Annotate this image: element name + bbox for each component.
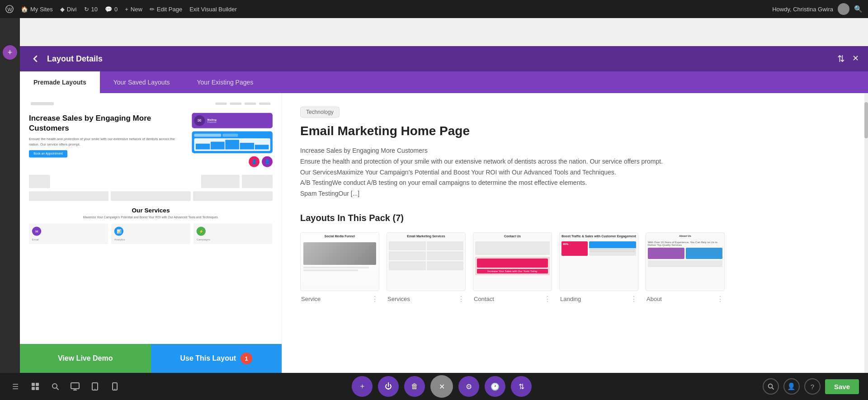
modal-header-icons: ⇅ ✕ <box>837 53 859 64</box>
mock-hero-button: Book an Appointment <box>29 150 67 157</box>
category-badge: Technology <box>300 107 340 118</box>
layout-thumb-contact[interactable]: Contact Us Increase Your Sales with Our … <box>473 232 552 303</box>
home-icon: 🏠 <box>21 6 28 13</box>
svg-point-12 <box>94 389 95 390</box>
avatar <box>838 3 849 15</box>
user-icon[interactable]: 👤 <box>783 378 800 395</box>
menu-icon[interactable]: ☰ <box>9 380 22 393</box>
search-tool-icon[interactable] <box>49 380 61 393</box>
contact-thumb-menu[interactable]: ⋮ <box>544 295 551 303</box>
use-this-layout-button[interactable]: Use This Layout 1 <box>151 344 282 373</box>
layout-thumb-service[interactable]: Social Media Funnel Service ⋮ <box>300 232 379 303</box>
contact-thumbnail-image: Contact Us Increase Your Sales with Our … <box>473 232 552 291</box>
preview-content: Increase Sales by Engaging More Customer… <box>20 93 282 344</box>
mock-hero-heading: Increase Sales by Engaging More Customer… <box>29 113 184 133</box>
modal-title: Layout Details <box>47 54 837 64</box>
landing-thumb-label: Landing <box>560 296 581 302</box>
save-button[interactable]: Save <box>825 379 859 394</box>
preview-panel: Increase Sales by Engaging More Customer… <box>20 93 282 373</box>
tab-existing-pages[interactable]: Your Existing Pages <box>184 71 267 93</box>
bottom-center-tools: + ⏻ 🗑 ✕ ⚙ 🕐 ⇅ <box>121 375 763 398</box>
layout-button[interactable]: ⇅ <box>511 376 532 397</box>
services-thumb-menu[interactable]: ⋮ <box>458 295 465 303</box>
landing-thumb-menu[interactable]: ⋮ <box>630 295 637 303</box>
view-live-demo-button[interactable]: View Live Demo <box>20 344 151 373</box>
tab-bar: Premade Layouts Your Saved Layouts Your … <box>20 71 868 93</box>
close-icon[interactable]: ✕ <box>852 53 859 64</box>
history-button[interactable]: 🕐 <box>485 376 505 397</box>
left-sidebar: + <box>0 18 20 400</box>
contact-thumb-label: Contact <box>474 296 494 302</box>
comments-link[interactable]: 💬 0 <box>105 6 118 13</box>
refresh-icon: ↻ <box>84 6 89 13</box>
page-background: + Layout Details ⇅ ✕ Premade Layouts You… <box>0 18 868 400</box>
close-button[interactable]: ✕ <box>430 375 453 398</box>
svg-rect-8 <box>71 383 79 389</box>
about-thumb-title: About Us <box>646 233 724 239</box>
preview-image-area: Increase Sales by Engaging More Customer… <box>20 93 282 344</box>
settings-button[interactable]: ⚙ <box>458 376 479 397</box>
svg-line-16 <box>772 388 774 390</box>
new-link[interactable]: + New <box>125 6 142 13</box>
tablet-icon[interactable] <box>89 380 101 393</box>
tab-premade-layouts[interactable]: Premade Layouts <box>20 71 100 93</box>
about-thumb-label: About <box>646 296 662 302</box>
edit-page-link[interactable]: ✏ Edit Page <box>150 6 182 13</box>
updates-link[interactable]: ↻ 10 <box>84 6 98 13</box>
divi-icon: ◆ <box>60 6 65 13</box>
desktop-icon[interactable] <box>69 380 81 393</box>
services-thumb-label: Services <box>387 296 410 302</box>
delete-button[interactable]: 🗑 <box>404 376 425 397</box>
tab-saved-layouts[interactable]: Your Saved Layouts <box>100 71 184 93</box>
layout-description: Increase Sales by Engaging More Customer… <box>300 146 846 199</box>
search-icon[interactable]: 🔍 <box>854 5 863 13</box>
sort-icon[interactable]: ⇅ <box>837 53 845 64</box>
mock-services-text: Maximize Your Campaign's Potential and B… <box>29 216 273 219</box>
add-module-button[interactable]: + <box>3 45 17 60</box>
admin-bar: W 🏠 My Sites ◆ Divi ↻ 10 💬 0 + New ✏ Edi… <box>0 0 868 18</box>
service-thumbnail-image: Social Media Funnel <box>300 232 379 291</box>
search-right-icon[interactable] <box>763 378 779 395</box>
wp-logo[interactable]: W <box>5 5 14 13</box>
svg-rect-5 <box>36 387 39 390</box>
comment-icon: 💬 <box>105 6 112 13</box>
my-sites-link[interactable]: 🏠 My Sites <box>21 6 53 13</box>
service-thumb-label: Service <box>301 296 321 302</box>
layout-badge: 1 <box>241 353 252 364</box>
service-thumb-menu[interactable]: ⋮ <box>371 295 378 303</box>
pencil-icon: ✏ <box>150 6 155 13</box>
exit-builder-link[interactable]: Exit Visual Builder <box>189 6 237 13</box>
mock-services-section: Our Services Maximize Your Campaign's Po… <box>29 207 273 244</box>
svg-rect-4 <box>32 387 35 390</box>
plus-icon: + <box>125 6 128 13</box>
svg-rect-3 <box>36 383 39 386</box>
power-button[interactable]: ⏻ <box>378 376 399 397</box>
details-panel: Technology Email Marketing Home Page Inc… <box>282 93 864 373</box>
services-thumbnail-image: Email Marketing Services <box>387 232 466 291</box>
grid-icon[interactable] <box>29 380 42 393</box>
landing-thumbnail-image: Boost Traffic & Sales with Customer Enga… <box>559 232 638 291</box>
help-icon[interactable]: ? <box>804 378 821 395</box>
layout-thumb-services[interactable]: Email Marketing Services <box>387 232 466 303</box>
about-thumb-menu[interactable]: ⋮ <box>717 295 724 303</box>
service-thumb-title: Social Media Funnel <box>301 233 379 240</box>
add-button[interactable]: + <box>352 376 373 397</box>
modal-header: Layout Details ⇅ ✕ <box>20 46 868 71</box>
bottom-left-tools: ☰ <box>9 380 121 393</box>
layout-details-modal: Layout Details ⇅ ✕ Premade Layouts Your … <box>20 46 868 373</box>
bottom-right-tools: 👤 ? Save <box>763 378 859 395</box>
mock-hero-section: Increase Sales by Engaging More Customer… <box>29 113 273 167</box>
back-button[interactable] <box>29 52 42 65</box>
layout-thumb-about[interactable]: About Us With Over 10 Years of Experienc… <box>646 232 725 303</box>
mobile-icon[interactable] <box>108 380 121 393</box>
greeting-text: Howdy, Christina Gwira <box>772 6 833 13</box>
svg-text:W: W <box>8 7 13 12</box>
pack-title: Layouts In This Pack (7) <box>300 213 846 223</box>
about-thumbnail-image: About Us With Over 10 Years of Experienc… <box>646 232 725 291</box>
svg-point-14 <box>114 389 115 390</box>
scrollbar-thumb <box>864 102 868 138</box>
svg-rect-2 <box>32 383 35 386</box>
layout-thumb-landing[interactable]: Boost Traffic & Sales with Customer Enga… <box>559 232 638 303</box>
divi-link[interactable]: ◆ Divi <box>60 6 77 13</box>
modal-scrollbar[interactable] <box>864 93 868 373</box>
